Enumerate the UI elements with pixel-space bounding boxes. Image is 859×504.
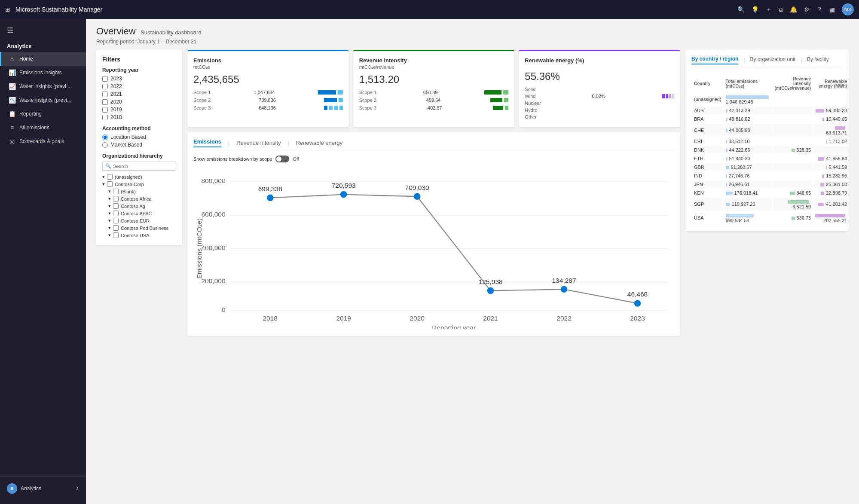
chart-point-2018[interactable] <box>267 195 274 202</box>
year-2019[interactable]: 2019 <box>102 107 176 113</box>
org-ag[interactable]: ▾Contoso Ag <box>102 202 176 210</box>
chart-point-2023[interactable] <box>634 300 641 307</box>
market-based-radio[interactable]: Market Based <box>102 142 176 148</box>
col-emissions: Total emissions (mtCO₂e) <box>724 75 772 92</box>
toggle-off-label: Off <box>293 156 299 162</box>
country-cell: AUS <box>692 107 723 114</box>
chart-tabs: Emissions | Revenue intensity | Renewabl… <box>193 138 674 151</box>
year-2020[interactable]: 2020 <box>102 99 176 105</box>
bulb-icon[interactable]: 💡 <box>752 6 759 13</box>
sidebar-item-waste-insights[interactable]: 📉 Waste insights (previ... <box>0 93 86 107</box>
scope1-bar <box>318 90 343 95</box>
revenue-bar <box>792 149 795 152</box>
sidebar-item-home-label: Home <box>19 56 33 62</box>
renewable-cell: 22,896.79 <box>813 189 849 197</box>
table-row: DNK44,222.66528.35 <box>692 146 849 154</box>
rev-scope2-row: Scope 2 459.64 <box>359 98 509 103</box>
question-icon[interactable]: ？ <box>816 6 822 13</box>
emissions-line-chart: 800,000 600,000 400,000 200,000 0 <box>193 168 674 330</box>
renewable-cell: 1,713.02 <box>813 137 849 145</box>
svg-text:2020: 2020 <box>410 315 425 322</box>
scope3-bar <box>324 106 343 110</box>
org-hierarchy-title: Organizational hierarchy <box>102 153 176 159</box>
chart-point-2020[interactable] <box>414 193 421 200</box>
chart-panel: Emissions | Revenue intensity | Renewabl… <box>187 132 680 336</box>
tab-by-org-unit[interactable]: By organization unit <box>750 56 795 64</box>
settings-icon[interactable]: ⚙ <box>804 6 810 13</box>
country-tabs: By country / region | By organization un… <box>691 56 843 68</box>
org-blank[interactable]: ▾(Blank) <box>102 188 176 195</box>
layout-icon[interactable]: ▦ <box>829 6 835 13</box>
page-header: Overview Sustainability dashboard Report… <box>96 26 849 45</box>
org-contoso-corp[interactable]: ▾Contoso Corp <box>102 180 176 188</box>
emissions-cell: 690,534.58 <box>724 211 772 224</box>
org-search-icon: 🔍 <box>105 163 111 169</box>
sidebar-bottom-analytics[interactable]: A Analytics ⇕ <box>0 480 86 497</box>
tab-by-country[interactable]: By country / region <box>691 56 738 64</box>
emission-bar <box>726 214 754 217</box>
org-pod[interactable]: ▾Contoso Pod Business <box>102 224 176 232</box>
filters-panel: Filters Reporting year 2023 2022 2021 20… <box>96 50 182 245</box>
org-usa[interactable]: ▾Contoso USA <box>102 232 176 239</box>
org-africa[interactable]: ▾Contoso Africa <box>102 195 176 202</box>
emission-bar <box>726 149 728 152</box>
revenue-cell <box>773 155 813 162</box>
plus-icon[interactable]: ＋ <box>766 6 772 13</box>
top-nav: ⊞ Microsoft Sustainability Manager 🔍 💡 ＋… <box>0 0 859 19</box>
emission-bar <box>726 109 728 113</box>
search-icon[interactable]: 🔍 <box>737 6 745 13</box>
sidebar-item-all-emissions[interactable]: ≡ All emissions <box>0 121 86 134</box>
renewable-bar <box>822 118 824 121</box>
renewable-cell: 41,858.84 <box>813 155 849 162</box>
emission-bar <box>726 129 728 132</box>
all-emissions-icon: ≡ <box>8 124 16 131</box>
chart-tab-renewable[interactable]: Renewable energy <box>296 140 342 146</box>
sidebar-bottom-avatar: A <box>7 483 17 494</box>
table-row: (unassigned)1,046,829.45 <box>692 93 849 106</box>
emissions-cell: 110,927.20 <box>724 198 772 211</box>
renewable-bar <box>822 174 824 178</box>
app-title: Microsoft Sustainability Manager <box>15 6 732 13</box>
revenue-cell <box>773 107 813 114</box>
location-based-radio[interactable]: Location Based <box>102 134 176 140</box>
chart-point-2021[interactable] <box>487 287 494 294</box>
scope-breakdown-toggle[interactable] <box>275 156 289 162</box>
renewable-cell: 41,201.42 <box>813 198 849 211</box>
renewable-bar <box>821 192 824 195</box>
sidebar-item-water-insights[interactable]: 📈 Water insights (previ... <box>0 79 86 93</box>
revenue-cell: 3,521.50 <box>773 198 813 211</box>
country-cell: GBR <box>692 163 723 171</box>
sidebar: ☰ Analytics ⌂ Home 📊 Emissions insights … <box>0 19 86 504</box>
org-search-input[interactable] <box>113 164 173 169</box>
avatar[interactable]: MS <box>842 3 854 15</box>
chart-tab-revenue[interactable]: Revenue intensity <box>236 140 281 146</box>
filter-icon[interactable]: ⧉ <box>779 6 783 13</box>
revenue-cell <box>773 115 813 123</box>
org-unassigned[interactable]: ▾(unassigned) <box>102 173 176 180</box>
revenue-cell <box>773 124 813 137</box>
org-apac[interactable]: ▾Contoso APAC <box>102 210 176 217</box>
chart-point-2019[interactable] <box>340 191 347 198</box>
org-eur[interactable]: ▾Contoso EUR <box>102 217 176 224</box>
table-row: USA690,534.58536.75202,555.21 <box>692 211 849 224</box>
year-2023[interactable]: 2023 <box>102 76 176 82</box>
kpi-revenue-card: Revenue intensity mtCO₂e/revenue 1,513.2… <box>353 50 515 127</box>
sidebar-item-all-emissions-label: All emissions <box>19 125 49 131</box>
year-2021[interactable]: 2021 <box>102 91 176 97</box>
year-2018[interactable]: 2018 <box>102 114 176 120</box>
year-2022[interactable]: 2022 <box>102 83 176 89</box>
org-search-box[interactable]: 🔍 <box>102 162 176 171</box>
sidebar-item-reporting[interactable]: 📋 Reporting <box>0 107 86 121</box>
kpi-renewable-card: Renewable energy (%) 55.36% Solar Wind 0… <box>519 50 680 127</box>
grid-icon[interactable]: ⊞ <box>5 6 10 13</box>
country-panel: By country / region | By organization un… <box>685 50 849 231</box>
wind-bars <box>662 94 674 98</box>
chart-tab-emissions[interactable]: Emissions <box>193 138 221 147</box>
sidebar-item-home[interactable]: ⌂ Home <box>0 52 86 66</box>
bell-icon[interactable]: 🔔 <box>790 6 797 13</box>
sidebar-item-emissions-insights[interactable]: 📊 Emissions insights <box>0 66 86 79</box>
tab-by-facility[interactable]: By facility <box>807 56 829 64</box>
hamburger-icon[interactable]: ☰ <box>0 22 86 39</box>
chart-point-2022[interactable] <box>561 286 568 293</box>
sidebar-item-scorecards[interactable]: ◎ Scorecards & goals <box>0 134 86 148</box>
